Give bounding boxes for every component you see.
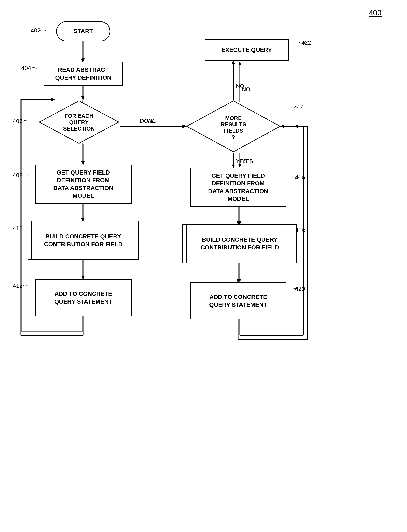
svg-marker-29: [238, 279, 241, 282]
svg-marker-34: [294, 125, 297, 128]
get-query-field-left-shape: GET QUERY FIELD DEFINITION FROM DATA ABS…: [35, 165, 132, 204]
flowchart-diagram: 400 DONE: [0, 0, 407, 532]
svg-text:NO: NO: [236, 83, 244, 89]
svg-text:QUERY: QUERY: [69, 119, 89, 126]
for-each-diamond: FOR EACH QUERY SELECTION: [38, 100, 120, 144]
svg-text:YES: YES: [236, 158, 247, 164]
svg-text:DONE: DONE: [140, 118, 156, 124]
more-results-diamond: MORE RESULTS FIELDS ?: [186, 100, 281, 153]
add-concrete-right-shape: ADD TO CONCRETE QUERY STATEMENT: [190, 282, 286, 319]
build-concrete-right-shape: BUILD CONCRETE QUERY CONTRIBUTION FOR FI…: [182, 224, 297, 263]
svg-text:RESULTS: RESULTS: [221, 121, 246, 127]
svg-marker-11: [81, 276, 84, 279]
svg-text:NO: NO: [242, 86, 250, 93]
svg-marker-24: [238, 164, 241, 168]
svg-text:SELECTION: SELECTION: [63, 126, 95, 132]
svg-marker-18: [182, 125, 186, 128]
get-query-field-right-shape: GET QUERY FIELD DEFINITION FROM DATA ABS…: [190, 168, 286, 207]
svg-text:DONE: DONE: [140, 118, 156, 124]
svg-marker-7: [81, 161, 84, 165]
svg-text:YES: YES: [242, 158, 253, 164]
add-concrete-left-shape: ADD TO CONCRETE QUERY STATEMENT: [35, 279, 132, 316]
diagram-number: 400: [369, 8, 382, 17]
read-abstract-shape: READ ABSTRACT QUERY DEFINITION: [44, 62, 123, 86]
svg-marker-21: [238, 62, 241, 65]
svg-text:?: ?: [232, 134, 235, 140]
build-concrete-left-shape: BUILD CONCRETE QUERY CONTRIBUTION FOR FI…: [28, 221, 139, 260]
svg-marker-3: [81, 96, 84, 100]
start-shape: START: [56, 21, 110, 41]
svg-text:FOR EACH: FOR EACH: [64, 113, 93, 119]
svg-text:MORE: MORE: [225, 115, 242, 121]
execute-query-shape: EXECUTE QUERY: [205, 39, 289, 61]
svg-text:FIELDS: FIELDS: [224, 127, 243, 134]
